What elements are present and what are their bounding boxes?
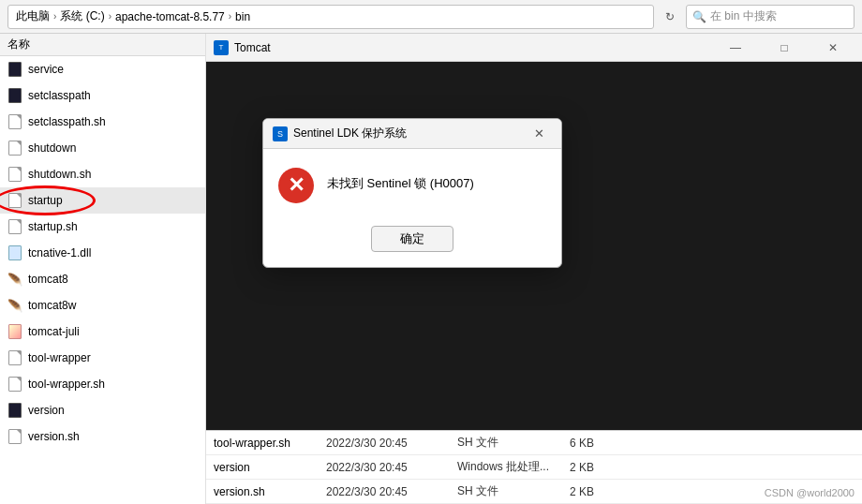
file-icon-tomcat8: 🪶 bbox=[7, 272, 22, 287]
file-name-setclasspath-sh: setclasspath.sh bbox=[28, 115, 106, 128]
file-name-tomcat-juli: tomcat-juli bbox=[28, 325, 80, 338]
refresh-button[interactable]: ↻ bbox=[660, 7, 680, 27]
bc-sep-0: › bbox=[53, 11, 56, 22]
bottom-row-0-date: 2022/3/30 20:45 bbox=[326, 437, 457, 450]
bc-sep-2: › bbox=[229, 11, 231, 22]
sentinel-close-button[interactable]: ✕ bbox=[526, 123, 552, 145]
dialog-titlebar: S Sentinel LDK 保护系统 ✕ bbox=[263, 119, 561, 149]
file-icon-shutdown-sh bbox=[7, 167, 22, 182]
bottom-row-2-date: 2022/3/30 20:45 bbox=[326, 485, 457, 498]
bottom-file-list: tool-wrapper.sh 2022/3/30 20:45 SH 文件 6 … bbox=[206, 430, 862, 504]
sentinel-dialog-icon: S bbox=[273, 126, 288, 141]
file-name-shutdown: shutdown bbox=[28, 141, 76, 155]
tomcat-maximize-button[interactable]: □ bbox=[763, 37, 806, 59]
file-icon-startup bbox=[7, 193, 22, 208]
bottom-row-0-type: SH 文件 bbox=[457, 435, 570, 451]
ok-button[interactable]: 确定 bbox=[371, 226, 453, 252]
file-icon-version bbox=[7, 403, 22, 418]
search-placeholder: 在 bin 中搜索 bbox=[710, 8, 777, 24]
file-icon-setclasspath-sh bbox=[7, 114, 22, 129]
file-icon-tool-wrapper bbox=[7, 350, 22, 365]
terminal-content: S Sentinel LDK 保护系统 ✕ ✕ 未找到 Sentinel 锁 (… bbox=[206, 62, 862, 430]
tomcat-close-button[interactable]: ✕ bbox=[811, 37, 855, 59]
dialog-overlay: S Sentinel LDK 保护系统 ✕ ✕ 未找到 Sentinel 锁 (… bbox=[206, 62, 862, 430]
file-item-shutdown-sh[interactable]: shutdown.sh bbox=[0, 161, 205, 187]
dialog-footer: 确定 bbox=[263, 218, 561, 267]
file-name-tool-wrapper-sh: tool-wrapper.sh bbox=[28, 378, 105, 391]
right-panel: T Tomcat — □ ✕ S Sentinel LDK 保护系统 ✕ bbox=[206, 34, 862, 504]
file-name-shutdown-sh: shutdown.sh bbox=[28, 168, 91, 181]
file-panel: 名称 service setclasspath setclasspath.sh … bbox=[0, 34, 206, 504]
file-column-header: 名称 bbox=[0, 34, 205, 56]
file-icon-tcnative bbox=[7, 245, 22, 260]
file-icon-shutdown bbox=[7, 141, 22, 156]
file-name-version-sh: version.sh bbox=[28, 430, 80, 443]
file-item-tcnative[interactable]: tcnative-1.dll bbox=[0, 240, 205, 266]
file-icon-setclasspath bbox=[7, 88, 22, 103]
bottom-row-1-name: version bbox=[214, 461, 326, 474]
breadcrumb[interactable]: 此电脑 › 系统 (C:) › apache-tomcat-8.5.77 › b… bbox=[7, 5, 654, 29]
bottom-row-2-size: 2 KB bbox=[570, 485, 645, 498]
file-icon-service bbox=[7, 62, 22, 77]
search-box[interactable]: 🔍 在 bin 中搜索 bbox=[686, 5, 855, 29]
bottom-row-2-type: SH 文件 bbox=[457, 483, 570, 499]
sentinel-dialog-title: Sentinel LDK 保护系统 bbox=[293, 126, 520, 141]
file-item-setclasspath[interactable]: setclasspath bbox=[0, 82, 205, 109]
file-item-service[interactable]: service bbox=[0, 56, 205, 82]
file-name-setclasspath: setclasspath bbox=[28, 89, 91, 102]
bottom-row-1-date: 2022/3/30 20:45 bbox=[326, 461, 457, 474]
tomcat-window-title: Tomcat bbox=[234, 41, 708, 54]
csdn-watermark: CSDN @world2000 bbox=[765, 487, 855, 498]
bottom-row-1-size: 2 KB bbox=[570, 461, 645, 474]
error-icon: ✕ bbox=[278, 168, 314, 203]
file-item-tool-wrapper[interactable]: tool-wrapper bbox=[0, 345, 205, 371]
file-item-setclasspath-sh[interactable]: setclasspath.sh bbox=[0, 109, 205, 135]
file-name-tomcat8w: tomcat8w bbox=[28, 299, 76, 312]
file-item-version[interactable]: version bbox=[0, 397, 205, 423]
bc-sep-1: › bbox=[109, 11, 111, 22]
file-icon-tomcat-juli bbox=[7, 324, 22, 339]
bottom-row-2[interactable]: version.sh 2022/3/30 20:45 SH 文件 2 KB CS… bbox=[206, 480, 862, 504]
file-item-version-sh[interactable]: version.sh bbox=[0, 423, 205, 450]
file-icon-version-sh bbox=[7, 429, 22, 444]
bc-drive[interactable]: 系统 (C:) bbox=[60, 8, 104, 24]
file-item-startup-sh[interactable]: startup.sh bbox=[0, 214, 205, 240]
tomcat-minimize-button[interactable]: — bbox=[714, 37, 757, 59]
main-content: 名称 service setclasspath setclasspath.sh … bbox=[0, 34, 862, 504]
file-name-startup: startup bbox=[28, 194, 63, 207]
bottom-row-1-type: Windows 批处理... bbox=[457, 459, 570, 475]
bottom-row-2-name: version.sh bbox=[214, 485, 326, 498]
address-bar: 此电脑 › 系统 (C:) › apache-tomcat-8.5.77 › b… bbox=[0, 0, 862, 34]
search-icon: 🔍 bbox=[692, 10, 706, 23]
file-name-version: version bbox=[28, 404, 65, 417]
file-name-tomcat8: tomcat8 bbox=[28, 273, 68, 286]
tomcat-window-icon: T bbox=[214, 40, 229, 55]
file-item-shutdown[interactable]: shutdown bbox=[0, 135, 205, 161]
bottom-row-0-size: 6 KB bbox=[570, 437, 645, 450]
file-item-tomcat8[interactable]: 🪶 tomcat8 bbox=[0, 266, 205, 292]
sentinel-dialog: S Sentinel LDK 保护系统 ✕ ✕ 未找到 Sentinel 锁 (… bbox=[262, 118, 562, 268]
dialog-body: ✕ 未找到 Sentinel 锁 (H0007) bbox=[263, 149, 561, 218]
file-name-startup-sh: startup.sh bbox=[28, 220, 78, 233]
file-name-tcnative: tcnative-1.dll bbox=[28, 246, 91, 259]
file-name-tool-wrapper: tool-wrapper bbox=[28, 351, 91, 364]
bc-tomcat[interactable]: apache-tomcat-8.5.77 bbox=[115, 10, 225, 23]
file-item-tomcat-juli[interactable]: tomcat-juli bbox=[0, 319, 205, 345]
bc-computer[interactable]: 此电脑 bbox=[16, 8, 50, 24]
file-icon-startup-sh bbox=[7, 219, 22, 234]
file-item-tool-wrapper-sh[interactable]: tool-wrapper.sh bbox=[0, 371, 205, 397]
file-icon-tool-wrapper-sh bbox=[7, 377, 22, 392]
file-name-service: service bbox=[28, 63, 64, 76]
file-icon-tomcat8w: 🪶 bbox=[7, 298, 22, 313]
file-item-tomcat8w[interactable]: 🪶 tomcat8w bbox=[0, 292, 205, 319]
bottom-row-1[interactable]: version 2022/3/30 20:45 Windows 批处理... 2… bbox=[206, 455, 862, 480]
bc-bin[interactable]: bin bbox=[235, 10, 250, 23]
dialog-message: 未找到 Sentinel 锁 (H0007) bbox=[327, 168, 474, 192]
file-item-startup[interactable]: startup bbox=[0, 187, 205, 214]
bottom-row-0[interactable]: tool-wrapper.sh 2022/3/30 20:45 SH 文件 6 … bbox=[206, 431, 862, 455]
bottom-row-0-name: tool-wrapper.sh bbox=[214, 437, 326, 450]
tomcat-titlebar: T Tomcat — □ ✕ bbox=[206, 34, 862, 62]
